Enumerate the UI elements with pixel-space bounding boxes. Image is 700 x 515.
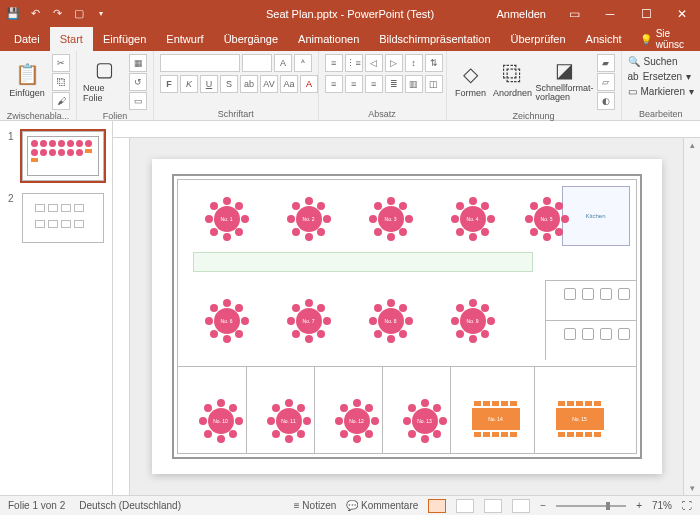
seat: [525, 215, 533, 223]
redo-icon[interactable]: ↷: [50, 7, 64, 21]
arrange-button[interactable]: ⿻Anordnen: [493, 54, 533, 106]
seat: [594, 432, 601, 437]
font-size-selector[interactable]: [242, 54, 272, 72]
strikethrough-button[interactable]: ab: [240, 75, 258, 93]
comments-button[interactable]: 💬 Kommentare: [346, 500, 418, 511]
seat: [229, 430, 237, 438]
align-right-button[interactable]: ≡: [365, 75, 383, 93]
reset-button[interactable]: ↺: [129, 73, 147, 91]
align-center-button[interactable]: ≡: [345, 75, 363, 93]
slide-thumbnail-1[interactable]: [22, 131, 104, 181]
columns-button[interactable]: ▥: [405, 75, 423, 93]
new-slide-button[interactable]: ▢Neue Folie: [83, 54, 125, 106]
decrease-font-button[interactable]: ᴬ: [294, 54, 312, 72]
seat: [469, 233, 477, 241]
shadow-button[interactable]: S: [220, 75, 238, 93]
seat: [340, 404, 348, 412]
vertical-scrollbar[interactable]: ▴▾: [683, 138, 700, 495]
language-status[interactable]: Deutsch (Deutschland): [79, 500, 181, 511]
tab-uebergaenge[interactable]: Übergänge: [214, 27, 288, 51]
tab-datei[interactable]: Datei: [4, 27, 50, 51]
indent-increase-button[interactable]: ▷: [385, 54, 403, 72]
bold-button[interactable]: F: [160, 75, 178, 93]
tab-animationen[interactable]: Animationen: [288, 27, 369, 51]
slide-counter[interactable]: Folie 1 von 2: [8, 500, 65, 511]
slide-thumbnail-2[interactable]: [22, 193, 104, 243]
normal-view-button[interactable]: [428, 499, 446, 513]
scroll-up-icon[interactable]: ▴: [690, 140, 695, 150]
shape-outline-button[interactable]: ▱: [597, 73, 615, 91]
tab-start[interactable]: Start: [50, 27, 93, 51]
round-table: No. 12: [336, 400, 378, 442]
seat: [585, 432, 592, 437]
reading-view-button[interactable]: [484, 499, 502, 513]
floor-plan-inner: Kitchen: [177, 179, 637, 454]
line-spacing-button[interactable]: ↕: [405, 54, 423, 72]
maximize-button[interactable]: ☐: [628, 0, 664, 27]
start-slideshow-icon[interactable]: ▢: [72, 7, 86, 21]
zoom-in-button[interactable]: +: [636, 500, 642, 511]
notes-button[interactable]: ≡ Notizen: [294, 500, 337, 511]
spacing-button[interactable]: AV: [260, 75, 278, 93]
layout-button[interactable]: ▦: [129, 54, 147, 72]
increase-font-button[interactable]: A: [274, 54, 292, 72]
copy-button[interactable]: ⿻: [52, 73, 70, 91]
smartart-button[interactable]: ◫: [425, 75, 443, 93]
ribbon-options-icon[interactable]: ▭: [556, 0, 592, 27]
tab-bildschirm[interactable]: Bildschirmpräsentation: [369, 27, 500, 51]
align-left-button[interactable]: ≡: [325, 75, 343, 93]
shapes-button[interactable]: ◇Formen: [453, 54, 489, 106]
qat-dropdown-icon[interactable]: ▾: [94, 7, 108, 21]
select-button[interactable]: ▭Markieren ▾: [628, 86, 694, 97]
undo-icon[interactable]: ↶: [28, 7, 42, 21]
replace-button[interactable]: abErsetzen ▾: [628, 71, 694, 82]
slide-canvas[interactable]: Kitchen: [130, 138, 683, 495]
font-name-selector[interactable]: [160, 54, 240, 72]
seat: [353, 435, 361, 443]
fit-to-window-button[interactable]: ⛶: [682, 500, 692, 511]
tab-ansicht[interactable]: Ansicht: [576, 27, 632, 51]
zoom-out-button[interactable]: −: [540, 500, 546, 511]
format-painter-button[interactable]: 🖌: [52, 92, 70, 110]
italic-button[interactable]: K: [180, 75, 198, 93]
seat: [510, 401, 517, 406]
tab-entwurf[interactable]: Entwurf: [156, 27, 213, 51]
shape-effects-button[interactable]: ◐: [597, 92, 615, 110]
close-button[interactable]: ✕: [664, 0, 700, 27]
shape-fill-button[interactable]: ▰: [597, 54, 615, 72]
tab-ueberpruefen[interactable]: Überprüfen: [501, 27, 576, 51]
save-icon[interactable]: 💾: [6, 7, 20, 21]
scroll-down-icon[interactable]: ▾: [690, 483, 695, 493]
sorter-view-button[interactable]: [456, 499, 474, 513]
seat: [235, 228, 243, 236]
signin-link[interactable]: Anmelden: [486, 8, 556, 20]
tab-einfuegen[interactable]: Einfügen: [93, 27, 156, 51]
font-color-button[interactable]: A: [300, 75, 318, 93]
zoom-level[interactable]: 71%: [652, 500, 672, 511]
underline-button[interactable]: U: [200, 75, 218, 93]
quick-styles-button[interactable]: ◪Schnellformat-vorlagen: [537, 54, 593, 106]
seat: [365, 430, 373, 438]
text-direction-button[interactable]: ⇅: [425, 54, 443, 72]
bullets-button[interactable]: ≡: [325, 54, 343, 72]
zoom-slider-thumb[interactable]: [606, 502, 610, 510]
justify-button[interactable]: ≣: [385, 75, 403, 93]
numbering-button[interactable]: ⋮≡: [345, 54, 363, 72]
tell-me[interactable]: 💡 Sie wünsc: [632, 28, 697, 50]
zoom-slider[interactable]: [556, 505, 626, 507]
minimize-button[interactable]: ─: [592, 0, 628, 27]
seat: [421, 399, 429, 407]
slide[interactable]: Kitchen: [152, 159, 662, 474]
cut-button[interactable]: ✂: [52, 54, 70, 72]
case-button[interactable]: Aa: [280, 75, 298, 93]
indent-decrease-button[interactable]: ◁: [365, 54, 383, 72]
find-button[interactable]: 🔍Suchen: [628, 56, 694, 67]
paste-button[interactable]: 📋Einfügen: [6, 54, 48, 106]
group-slides-label: Folien: [83, 110, 147, 121]
slideshow-view-button[interactable]: [512, 499, 530, 513]
seat: [317, 330, 325, 338]
round-table: No. 11: [268, 400, 310, 442]
section-button[interactable]: ▭: [129, 92, 147, 110]
seat: [481, 202, 489, 210]
slide-thumbnails-panel: 1 2: [0, 121, 113, 495]
